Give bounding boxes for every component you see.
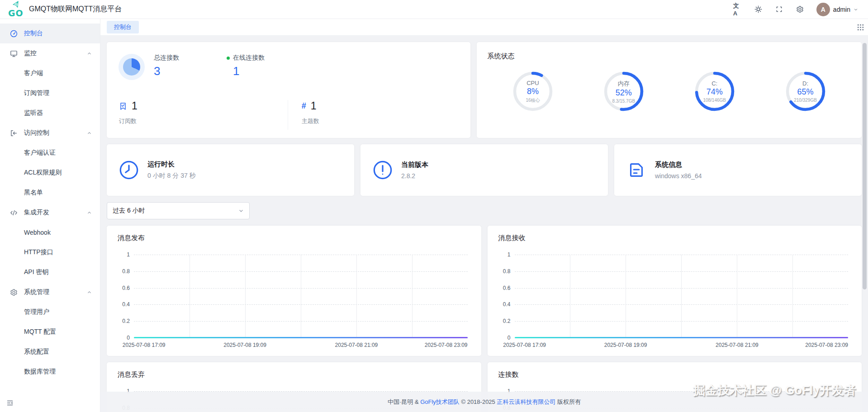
user-menu[interactable]: A admin [816,3,858,16]
x-tick-label: 2025-07-08 17:09 [123,342,166,348]
gauge-label: D: [802,80,808,87]
chart-card-msg-receive: 消息接收 00.20.40.60.81 2025-07-08 17:092025… [488,226,862,356]
sidebar-subitem-blacklist[interactable]: 黑名单 [0,183,100,203]
username: admin [833,6,850,13]
topics-stat: # 1 主题数 [288,100,470,130]
y-tick-label: 0.2 [122,318,130,324]
v-gridline [570,255,570,338]
sidebar-item-label: 控制台 [24,29,43,38]
y-tick-label: 0.4 [503,301,511,308]
time-range-select[interactable]: 过去 6 小时 [107,202,250,219]
translate-icon[interactable]: 文A [733,5,742,14]
info-cards-row: 运行时长 0 小时 8 分 37 秒 当前版本 2.8.2 系统信息 windo… [107,144,862,196]
gauge-label: 内存 [618,80,630,88]
y-tick-label: 1 [508,251,511,258]
sidebar-subitem-subscriptions[interactable]: 订阅管理 [0,83,100,103]
sidebar-subitem-admin-users[interactable]: 管理用户 [0,302,100,322]
watermark-text: 掘金技术社区 @ GoFly开发者 [693,382,856,398]
footer-link[interactable]: 正科云滇科技有限公司 [497,398,555,406]
gauge-sub: 16核心 [526,97,540,104]
access-control-icon [10,129,18,137]
info-card-title: 运行时长 [147,160,196,169]
footer-link[interactable]: GoFly技术团队 [420,398,460,406]
online-dot-icon [227,57,230,60]
monitor-icon [10,50,18,57]
chevron-up-icon [87,290,92,295]
sidebar-subitem-mqtt-config[interactable]: MQTT 配置 [0,322,100,342]
sidebar-subitem-http-api[interactable]: HTTP接口 [0,242,100,262]
sidebar-subitem-label: 数据库管理 [24,368,56,376]
clock-icon [119,160,139,180]
online-connections-stat: 在线连接数 1 [227,54,265,78]
system-status-card: 系统状态 CPU 8% 16核心 内存 52% 8.3/15.7GB C: 74… [477,42,862,138]
sidebar-item-dashboard[interactable]: 控制台 [0,24,100,43]
sidebar-subitem-clients[interactable]: 客户端 [0,63,100,83]
sidebar-item-monitor[interactable]: 监控 [0,43,100,63]
gear-icon [10,289,18,296]
sidebar-subitem-webhook[interactable]: Webhook [0,223,100,242]
sidebar-subitem-label: 系统配置 [24,348,49,356]
gauge-3: D: 65% 210/329GB [784,70,827,113]
total-connections-stat: 总连接数 3 [154,54,179,78]
bookmark-icon [119,102,127,110]
gauge-2: C: 74% 108/146GB [693,70,736,113]
info-circle-icon [372,160,393,180]
overview-row: 总连接数 3 在线连接数 1 1 订阅数 [107,42,862,138]
system-status-title: 系统状态 [488,52,851,61]
y-tick-label: 1 [127,251,130,258]
sidebar-subitem-database[interactable]: 数据库管理 [0,362,100,382]
sidebar-item-system[interactable]: 系统管理 [0,282,100,302]
dashboard-icon [10,30,18,38]
app-title: GMQT物联网MQTT消息平台 [29,5,122,14]
y-tick-label: 0.6 [122,285,130,291]
sidebar-subitem-label: HTTP接口 [24,248,53,256]
settings-gear-icon[interactable] [796,5,805,14]
chevron-up-icon [87,131,92,136]
sidebar-item-label: 监控 [24,49,37,57]
sidebar-subitem-client-auth[interactable]: 客户端认证 [0,143,100,163]
subscriptions-value: 1 [132,100,138,112]
chart-plot: 00.20.40.60.81 [134,255,468,338]
gauge-percent: 8% [527,87,539,96]
info-card-value: windows x86_64 [655,172,702,180]
v-gridline [301,255,301,338]
tab-options-grid-icon[interactable] [858,24,863,30]
theme-sun-icon[interactable] [754,5,763,14]
chart-series-line [515,337,849,338]
sidebar-item-integration[interactable]: 集成开发 [0,203,100,223]
fullscreen-icon[interactable] [775,5,784,14]
chart-x-axis: 2025-07-08 17:092025-07-08 19:092025-07-… [515,342,849,349]
y-tick-label: 0 [127,335,130,341]
sidebar-collapse-icon[interactable] [6,399,14,407]
sidebar-subitem-api-keys[interactable]: API 密钥 [0,262,100,282]
info-card-value: 0 小时 8 分 37 秒 [147,172,196,180]
info-card-value: 2.8.2 [401,172,428,180]
time-range-value: 过去 6 小时 [113,207,145,215]
sidebar-subitem-label: 黑名单 [24,189,43,197]
info-card-uptime: 运行时长 0 小时 8 分 37 秒 [107,144,354,196]
sidebar-subitem-listeners[interactable]: 监听器 [0,103,100,123]
sidebar-subitem-acl-rules[interactable]: ACL权限规则 [0,163,100,183]
subscriptions-label: 订阅数 [119,117,288,125]
sidebar-subitem-label: 管理用户 [24,308,49,316]
x-tick-label: 2025-07-08 21:09 [716,342,759,348]
v-gridline [356,255,357,338]
v-gridline [626,255,626,338]
v-gridline [412,255,413,338]
subscriptions-stat: 1 订阅数 [107,100,288,130]
chart-title: 消息接收 [498,234,851,242]
sidebar-subitem-label: API 密钥 [24,268,48,276]
sidebar-item-label: 访问控制 [24,129,49,137]
tab-bar: 控制台 [100,19,868,36]
sidebar-item-access-control[interactable]: 访问控制 [0,123,100,143]
sidebar-subitem-system-config[interactable]: 系统配置 [0,342,100,362]
avatar: A [816,3,830,16]
info-card-system-info: 系统信息 windows x86_64 [614,144,862,196]
v-gridline [737,255,737,338]
sidebar-subitem-label: 客户端 [24,69,43,77]
logo-text: GO [8,8,24,18]
vertical-scrollbar[interactable] [863,43,867,289]
footer-text: 版权所有 [555,398,581,406]
main-content: 总连接数 3 在线连接数 1 1 订阅数 [100,36,868,412]
tab-console[interactable]: 控制台 [107,21,139,33]
